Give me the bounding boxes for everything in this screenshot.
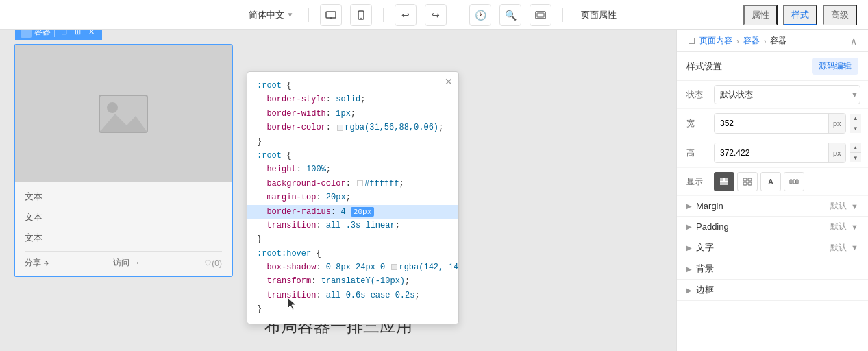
code-line-9: margin-top: 20px;	[257, 191, 449, 204]
code-line-5: }	[257, 135, 449, 149]
color-swatch-1	[337, 125, 343, 131]
height-input-wrapper: px	[714, 143, 846, 163]
margin-value: 默认	[830, 200, 847, 212]
mobile-view-btn[interactable]	[350, 4, 372, 26]
block-icon	[719, 178, 729, 186]
code-line-13: :root:hover {	[257, 247, 449, 261]
page-props-btn[interactable]: 页面属性	[574, 6, 623, 24]
display-control: A	[714, 172, 858, 191]
code-line-4: border-color: rgba(31,56,88,0.06);	[257, 121, 449, 134]
card-text-1: 文本	[25, 189, 222, 204]
background-label: 背景	[696, 263, 858, 275]
bc-checkbox: ☐	[688, 36, 695, 46]
svg-point-4	[361, 17, 362, 19]
text-value: 默认	[830, 242, 847, 254]
tab-style[interactable]: 样式	[783, 5, 817, 25]
card-copy-btn[interactable]: ⊡	[58, 30, 69, 38]
width-increment-btn[interactable]: ▲	[850, 114, 861, 123]
right-panel: ☐ 页面内容 › 容器 › 容器 ∧ 样式设置 源码编辑 状态 默认状态 ▼	[676, 30, 868, 351]
code-editor-close-btn[interactable]: ✕	[445, 76, 453, 87]
page-props-label: 页面属性	[581, 10, 617, 20]
padding-label: Padding	[696, 221, 830, 232]
height-input[interactable]	[715, 143, 828, 162]
margin-dropdown-icon: ▼	[851, 202, 858, 210]
image-placeholder-icon	[96, 90, 151, 138]
redo-btn[interactable]: ↪	[425, 4, 447, 26]
display-flex-btn[interactable]	[784, 172, 804, 191]
display-label: 显示	[686, 176, 714, 188]
search-btn[interactable]: 🔍	[499, 4, 521, 26]
bc-arrow-1: ›	[736, 37, 739, 45]
display-block-btn[interactable]	[714, 172, 734, 191]
toolbar: 简体中文 ▼ ↩ ↪ 🕐 🔍	[0, 0, 868, 30]
width-unit: px	[828, 114, 845, 133]
tab-advanced[interactable]: 高级	[823, 5, 857, 25]
divider-2	[383, 8, 384, 22]
toolbar-right: 属性 样式 高级	[632, 5, 857, 25]
state-select[interactable]: 默认状态	[714, 85, 860, 104]
card-delete-btn[interactable]: ✕	[86, 30, 97, 38]
margin-section[interactable]: ▶ Margin 默认 ▼	[677, 196, 868, 217]
code-line-7: height: 100%;	[257, 162, 449, 176]
desktop-view-btn[interactable]	[320, 4, 342, 26]
svg-rect-15	[743, 178, 747, 181]
bc-container-1[interactable]: 容器	[743, 35, 760, 47]
code-line-17: }	[257, 302, 449, 316]
width-label: 宽	[686, 118, 714, 130]
border-label: 边框	[696, 284, 858, 296]
svg-rect-6	[537, 13, 544, 17]
preview-btn[interactable]	[530, 4, 551, 26]
svg-rect-21	[796, 180, 798, 184]
tab-props[interactable]: 属性	[743, 5, 778, 25]
code-line-6: :root {	[257, 149, 449, 162]
bc-container-2[interactable]: 容器	[770, 35, 786, 47]
width-input[interactable]	[715, 114, 828, 133]
mobile-icon	[358, 10, 364, 20]
color-swatch-2	[357, 180, 363, 186]
state-control: 默认状态 ▼	[714, 85, 858, 104]
card-heart[interactable]: ♡(0)	[204, 258, 222, 268]
display-grid-btn[interactable]	[737, 172, 758, 191]
desktop-icon	[325, 11, 336, 19]
padding-section[interactable]: ▶ Padding 默认 ▼	[677, 217, 868, 237]
card-toolbar: 容器 | ⊡ ⊞ ✕	[15, 30, 102, 40]
color-swatch-3	[391, 264, 397, 270]
undo-icon: ↩	[401, 10, 410, 21]
code-editor-body[interactable]: :root { border-style: solid; border-widt…	[247, 72, 458, 324]
history-icon: 🕐	[475, 10, 486, 21]
card-body: 文本 文本 文本 分享 访问 → ♡(0)	[15, 182, 232, 276]
width-decrement-btn[interactable]: ▼	[850, 123, 861, 133]
bc-collapse-btn[interactable]: ∧	[850, 36, 857, 47]
padding-arrow-icon: ▶	[686, 223, 692, 230]
flex-icon	[789, 178, 799, 186]
card-share[interactable]: 分享	[25, 257, 49, 269]
card-visit[interactable]: 访问 →	[113, 257, 140, 269]
canvas-card[interactable]: 容器 | ⊡ ⊞ ✕ 文本 文本 文本	[14, 44, 233, 277]
display-row: 显示	[677, 168, 868, 196]
undo-btn[interactable]: ↩	[395, 4, 417, 26]
height-increment-btn[interactable]: ▲	[850, 143, 861, 153]
bc-arrow-2: ›	[764, 37, 767, 45]
source-code-btn[interactable]: 源码编辑	[812, 58, 858, 75]
code-line-15: transform: translateY(-10px);	[257, 274, 449, 288]
svg-point-8	[107, 102, 118, 113]
lang-arrow-icon: ▼	[287, 11, 294, 19]
lang-select-btn[interactable]: 简体中文 ▼	[245, 6, 298, 24]
canvas-area: 容器 | ⊡ ⊞ ✕ 文本 文本 文本	[0, 30, 676, 351]
card-toolbar-label: 容器	[34, 30, 51, 38]
background-section[interactable]: ▶ 背景	[677, 258, 868, 280]
margin-label: Margin	[696, 201, 830, 211]
text-section[interactable]: ▶ 文字 默认 ▼	[677, 237, 868, 258]
card-settings-btn[interactable]: ⊞	[72, 30, 83, 38]
redo-icon: ↪	[432, 10, 440, 21]
bc-page-content[interactable]: 页面内容	[699, 35, 732, 47]
border-arrow-icon: ▶	[686, 287, 692, 294]
code-editor-popup: ✕ :root { border-style: solid; border-wi…	[247, 71, 459, 324]
history-btn[interactable]: 🕐	[469, 4, 491, 26]
border-section[interactable]: ▶ 边框	[677, 280, 868, 301]
preview-icon	[535, 11, 546, 19]
svg-rect-0	[326, 12, 336, 18]
svg-rect-14	[720, 182, 728, 185]
height-decrement-btn[interactable]: ▼	[850, 153, 861, 162]
display-text-btn[interactable]: A	[760, 172, 781, 191]
